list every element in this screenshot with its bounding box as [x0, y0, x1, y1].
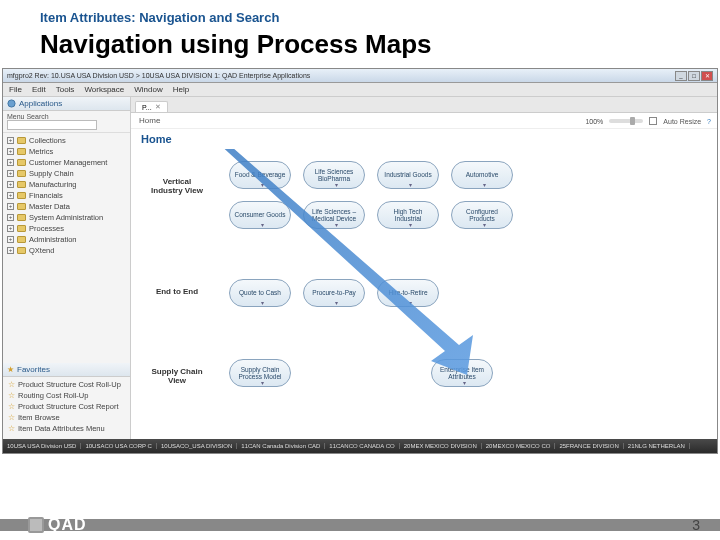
tree-item[interactable]: +Collections: [5, 135, 128, 146]
status-segment[interactable]: 20MEXCO MEXICO CO: [486, 443, 556, 449]
tree-label: Metrics: [29, 147, 53, 156]
favorites-header[interactable]: ★ Favorites: [3, 363, 130, 377]
maximize-button[interactable]: □: [688, 71, 700, 81]
tree-item[interactable]: +QXtend: [5, 245, 128, 256]
slide-title: Navigation using Process Maps: [0, 29, 720, 68]
status-segment[interactable]: 11CANCO CANADA CO: [329, 443, 399, 449]
favorite-label: Product Structure Cost Roll-Up: [18, 380, 121, 389]
favorite-item[interactable]: ☆Product Structure Cost Roll-Up: [5, 379, 128, 390]
status-segment[interactable]: 10USACO USA CORP C: [85, 443, 157, 449]
expand-icon[interactable]: +: [7, 236, 14, 243]
chevron-down-icon[interactable]: ▾: [409, 300, 412, 307]
menu-window[interactable]: Window: [134, 85, 162, 94]
chevron-down-icon[interactable]: ▾: [409, 182, 412, 189]
tree-label: Collections: [29, 136, 66, 145]
status-segment[interactable]: 10USACO_USA DIVISION: [161, 443, 237, 449]
expand-icon[interactable]: +: [7, 181, 14, 188]
tree-label: Master Data: [29, 202, 70, 211]
node-industrial-goods[interactable]: Industrial Goods▾: [377, 161, 439, 189]
status-segment[interactable]: 20MEX MEXICO DIVISION: [404, 443, 482, 449]
tree-item[interactable]: +Administration: [5, 234, 128, 245]
tree-item[interactable]: +Customer Management: [5, 157, 128, 168]
window-title: mfgpro2 Rev: 10.USA USA Division USD > 1…: [7, 72, 675, 79]
folder-icon: [17, 137, 26, 144]
favorite-item[interactable]: ☆Product Structure Cost Report: [5, 401, 128, 412]
close-tab-icon[interactable]: ✕: [155, 103, 161, 111]
chevron-down-icon[interactable]: ▾: [261, 222, 264, 229]
brand-logo: QAD: [28, 516, 87, 534]
menu-search-input[interactable]: [7, 120, 97, 130]
favorites-list: ☆Product Structure Cost Roll-Up ☆Routing…: [3, 377, 130, 439]
applications-header[interactable]: Applications: [3, 97, 130, 111]
slide-footer: QAD 3: [0, 510, 720, 540]
node-procure-to-pay[interactable]: Procure-to-Pay▾: [303, 279, 365, 307]
help-icon[interactable]: ?: [707, 118, 711, 125]
tree-item[interactable]: +Metrics: [5, 146, 128, 157]
favorite-label: Product Structure Cost Report: [18, 402, 118, 411]
tree-item[interactable]: +Processes: [5, 223, 128, 234]
favorite-item[interactable]: ☆Item Browse: [5, 412, 128, 423]
node-enterprise-item-attributes[interactable]: Enterprise Item Attributes▾: [431, 359, 493, 387]
star-icon: ☆: [8, 402, 15, 411]
tree-item[interactable]: +Manufacturing: [5, 179, 128, 190]
chevron-down-icon[interactable]: ▾: [261, 182, 264, 189]
expand-icon[interactable]: +: [7, 192, 14, 199]
chevron-down-icon[interactable]: ▾: [483, 222, 486, 229]
zoom-slider[interactable]: [609, 119, 643, 123]
chevron-down-icon[interactable]: ▾: [261, 300, 264, 307]
chevron-down-icon[interactable]: ▾: [335, 222, 338, 229]
chevron-down-icon[interactable]: ▾: [483, 182, 486, 189]
chevron-down-icon[interactable]: ▾: [335, 182, 338, 189]
status-segment[interactable]: 21NLG NETHERLAN: [628, 443, 690, 449]
slide-header: Item Attributes: Navigation and Search: [0, 0, 720, 29]
expand-icon[interactable]: +: [7, 203, 14, 210]
expand-icon[interactable]: +: [7, 148, 14, 155]
expand-icon[interactable]: +: [7, 159, 14, 166]
node-life-sciences-biopharma[interactable]: Life Sciences BioPharma▾: [303, 161, 365, 189]
tab-process-map[interactable]: P... ✕: [135, 101, 168, 112]
chevron-down-icon[interactable]: ▾: [335, 300, 338, 307]
node-quote-to-cash[interactable]: Quote to Cash▾: [229, 279, 291, 307]
menu-file[interactable]: File: [9, 85, 22, 94]
node-high-tech[interactable]: High Tech Industrial▾: [377, 201, 439, 229]
chevron-down-icon[interactable]: ▾: [409, 222, 412, 229]
chevron-down-icon[interactable]: ▾: [463, 380, 466, 387]
globe-icon: [7, 99, 16, 108]
node-supply-chain-model[interactable]: Supply Chain Process Model▾: [229, 359, 291, 387]
node-consumer-goods[interactable]: Consumer Goods▾: [229, 201, 291, 229]
view-toolbar: 100% Auto Resize ?: [585, 117, 711, 125]
expand-icon[interactable]: +: [7, 214, 14, 221]
tree-item[interactable]: +Master Data: [5, 201, 128, 212]
menu-tools[interactable]: Tools: [56, 85, 75, 94]
folder-icon: [17, 236, 26, 243]
favorite-item[interactable]: ☆Item Data Attributes Menu: [5, 423, 128, 434]
status-segment[interactable]: 25FRANCE DIVISION: [559, 443, 623, 449]
status-segment[interactable]: 10USA USA Division USD: [7, 443, 81, 449]
node-hire-to-retire[interactable]: Hire-to-Retire▾: [377, 279, 439, 307]
process-map-canvas: Vertical Industry View Food & Beverage▾ …: [131, 149, 717, 445]
expand-icon[interactable]: +: [7, 247, 14, 254]
folder-icon: [17, 192, 26, 199]
applications-label: Applications: [19, 99, 62, 108]
node-food-beverage[interactable]: Food & Beverage▾: [229, 161, 291, 189]
status-segment[interactable]: 11CAN Canada Division CAD: [241, 443, 325, 449]
node-life-sciences-medical[interactable]: Life Sciences – Medical Device▾: [303, 201, 365, 229]
expand-icon[interactable]: +: [7, 225, 14, 232]
expand-icon[interactable]: +: [7, 137, 14, 144]
close-button[interactable]: ✕: [701, 71, 713, 81]
expand-icon[interactable]: +: [7, 170, 14, 177]
node-configured-products[interactable]: Configured Products▾: [451, 201, 513, 229]
chevron-down-icon[interactable]: ▾: [261, 380, 264, 387]
statusbar: 10USA USA Division USD 10USACO USA CORP …: [3, 439, 717, 453]
minimize-button[interactable]: _: [675, 71, 687, 81]
menu-edit[interactable]: Edit: [32, 85, 46, 94]
menu-help[interactable]: Help: [173, 85, 189, 94]
tree-label: Administration: [29, 235, 77, 244]
favorite-item[interactable]: ☆Routing Cost Roll-Up: [5, 390, 128, 401]
tree-item[interactable]: +System Administration: [5, 212, 128, 223]
tree-item[interactable]: +Supply Chain: [5, 168, 128, 179]
tree-item[interactable]: +Financials: [5, 190, 128, 201]
auto-resize-checkbox[interactable]: [649, 117, 657, 125]
node-automotive[interactable]: Automotive▾: [451, 161, 513, 189]
menu-workspace[interactable]: Workspace: [84, 85, 124, 94]
